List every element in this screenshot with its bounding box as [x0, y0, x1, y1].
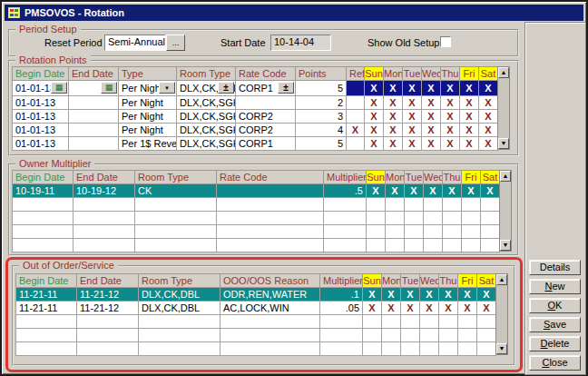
- ref-cell[interactable]: [347, 137, 365, 151]
- multiplier-cell[interactable]: .5: [324, 184, 367, 198]
- delete-button[interactable]: Delete: [529, 336, 581, 351]
- list-of-values-icon[interactable]: ±: [218, 82, 234, 94]
- day-cell[interactable]: X: [365, 110, 384, 124]
- day-cell[interactable]: X: [422, 124, 441, 137]
- room-type-cell[interactable]: DLX,CK,SGK,KC: [177, 137, 236, 151]
- details-button[interactable]: Details: [529, 260, 581, 275]
- day-cell[interactable]: X: [460, 137, 479, 151]
- calendar-icon[interactable]: ▦: [101, 82, 117, 94]
- end-date-cell[interactable]: 11-21-12: [77, 302, 139, 315]
- end-date-cell[interactable]: [69, 137, 119, 151]
- day-cell[interactable]: X: [441, 124, 460, 137]
- scroll-up-icon[interactable]: ▲: [496, 274, 507, 285]
- day-cell[interactable]: X: [462, 184, 481, 198]
- room-type-cell[interactable]: DLX,CK,DBL: [139, 302, 220, 315]
- rate-code-cell[interactable]: CORP1 ±: [236, 81, 296, 96]
- day-cell[interactable]: X: [460, 110, 479, 124]
- day-cell[interactable]: X: [479, 81, 498, 96]
- vertical-scrollbar[interactable]: ▲ ▼: [495, 273, 508, 355]
- scroll-down-icon[interactable]: ▼: [496, 343, 507, 354]
- day-cell[interactable]: X: [420, 288, 439, 302]
- reset-period-field[interactable]: Semi-Annually: [104, 35, 166, 51]
- ref-cell[interactable]: [347, 81, 365, 96]
- day-cell[interactable]: X: [443, 184, 462, 198]
- end-date-cell[interactable]: [69, 96, 119, 110]
- points-cell[interactable]: 4: [296, 124, 347, 137]
- show-old-setup-checkbox[interactable]: [440, 36, 451, 47]
- type-cell[interactable]: Per Night: [119, 124, 177, 137]
- multiplier-cell[interactable]: .05: [320, 302, 363, 315]
- day-cell[interactable]: X: [401, 302, 420, 315]
- day-cell[interactable]: X: [424, 184, 443, 198]
- day-cell[interactable]: X: [422, 96, 441, 110]
- close-button[interactable]: Close: [529, 355, 581, 371]
- end-date-cell[interactable]: 11-21-12: [77, 288, 139, 302]
- vertical-scrollbar[interactable]: ▲ ▼: [497, 66, 510, 150]
- ooo-reason-cell[interactable]: AC,LOCK,WIN: [220, 302, 320, 315]
- room-type-cell[interactable]: DLX,CK,SGK,KC: [177, 96, 236, 110]
- points-cell[interactable]: 2: [296, 96, 347, 110]
- begin-date-cell[interactable]: 10-19-11: [13, 184, 74, 198]
- day-cell[interactable]: X: [365, 137, 384, 151]
- room-type-cell[interactable]: CK: [135, 184, 217, 198]
- day-cell[interactable]: X: [365, 124, 384, 137]
- day-cell[interactable]: X: [403, 124, 422, 137]
- day-cell[interactable]: X: [365, 96, 384, 110]
- rate-code-cell[interactable]: CORP2: [236, 110, 296, 124]
- day-cell[interactable]: X: [422, 81, 441, 96]
- begin-date-cell[interactable]: 01-01-13 ▦: [13, 81, 69, 96]
- save-button[interactable]: Save: [529, 317, 581, 332]
- points-cell[interactable]: 5: [296, 81, 347, 96]
- day-cell[interactable]: X: [439, 302, 458, 315]
- new-button[interactable]: New: [529, 279, 581, 294]
- day-cell[interactable]: X: [479, 110, 498, 124]
- day-cell[interactable]: X: [363, 302, 382, 315]
- day-cell[interactable]: X: [441, 110, 460, 124]
- room-type-cell[interactable]: DLX,CK,DBL: [139, 288, 220, 302]
- day-cell[interactable]: X: [460, 124, 479, 137]
- ref-cell[interactable]: [347, 96, 365, 110]
- type-cell[interactable]: Per Night: [119, 110, 177, 124]
- ok-button[interactable]: OK: [529, 298, 581, 313]
- end-date-cell[interactable]: [69, 110, 119, 124]
- day-cell[interactable]: X: [481, 184, 500, 198]
- begin-date-cell[interactable]: 01-01-13: [13, 110, 69, 124]
- day-cell[interactable]: X: [439, 288, 458, 302]
- calendar-icon[interactable]: ▦: [51, 82, 67, 94]
- ooo-reason-cell[interactable]: ODR,REN,WATER: [220, 288, 320, 302]
- rate-code-cell[interactable]: [236, 96, 296, 110]
- day-cell[interactable]: X: [386, 184, 405, 198]
- day-cell[interactable]: X: [384, 137, 403, 151]
- day-cell[interactable]: X: [365, 81, 384, 96]
- scroll-up-icon[interactable]: ▲: [498, 67, 509, 78]
- day-cell[interactable]: X: [441, 137, 460, 151]
- day-cell[interactable]: X: [367, 184, 386, 198]
- room-type-cell[interactable]: DLX,CK,SGK,KC: [177, 110, 236, 124]
- end-date-cell[interactable]: 10-19-12: [74, 184, 135, 198]
- type-cell[interactable]: Per Night ▼: [119, 81, 177, 96]
- day-cell[interactable]: X: [403, 96, 422, 110]
- day-cell[interactable]: X: [458, 302, 477, 315]
- day-cell[interactable]: X: [401, 288, 420, 302]
- day-cell[interactable]: X: [479, 137, 498, 151]
- reset-period-ellipsis-button[interactable]: ...: [166, 35, 185, 51]
- day-cell[interactable]: X: [422, 137, 441, 151]
- multiplier-cell[interactable]: .1: [320, 288, 363, 302]
- day-cell[interactable]: X: [441, 96, 460, 110]
- dropdown-icon[interactable]: ▼: [159, 82, 175, 94]
- rate-code-cell[interactable]: [217, 184, 324, 198]
- vertical-scrollbar[interactable]: ▲ ▼: [499, 170, 512, 252]
- day-cell[interactable]: X: [458, 288, 477, 302]
- day-cell[interactable]: X: [477, 288, 496, 302]
- day-cell[interactable]: X: [403, 137, 422, 151]
- rate-code-cell[interactable]: CORP2: [236, 124, 296, 137]
- end-date-cell[interactable]: ▦: [69, 81, 119, 96]
- scroll-down-icon[interactable]: ▼: [498, 138, 509, 149]
- day-cell[interactable]: X: [441, 81, 460, 96]
- ref-cell[interactable]: X: [347, 124, 365, 137]
- scroll-up-icon[interactable]: ▲: [500, 171, 511, 182]
- begin-date-cell[interactable]: 11-21-11: [16, 302, 77, 315]
- day-cell[interactable]: X: [403, 110, 422, 124]
- start-date-field[interactable]: 10-14-04: [270, 35, 331, 51]
- ref-cell[interactable]: [347, 110, 365, 124]
